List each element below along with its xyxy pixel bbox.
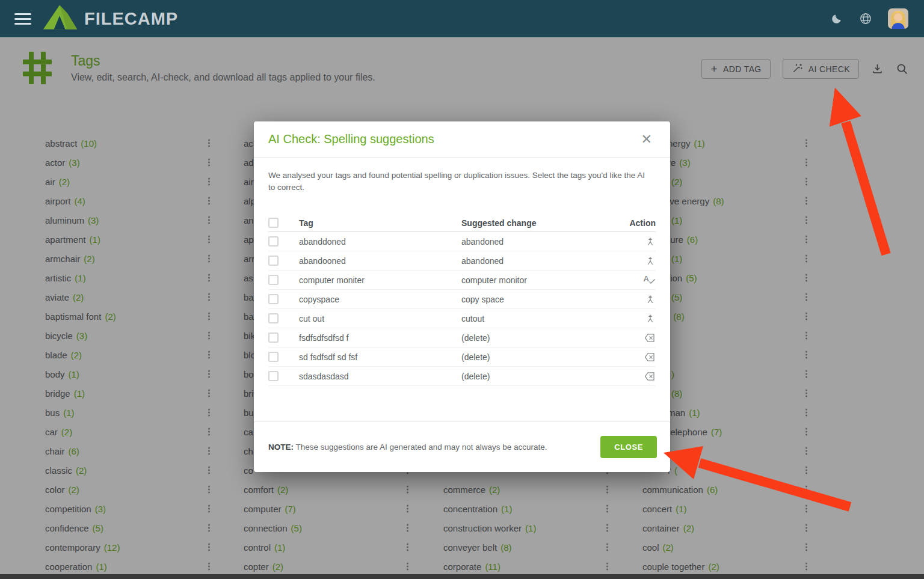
spellcheck-icon[interactable]: A: [644, 275, 656, 285]
top-navbar: FILECAMP: [0, 0, 924, 37]
modal-note: NOTE: These suggestions are AI generated…: [268, 443, 547, 452]
suggestions-table: Tag Suggested change Action abanddonedab…: [268, 214, 656, 386]
row-checkbox[interactable]: [268, 275, 279, 285]
note-label: NOTE:: [268, 443, 294, 452]
close-button[interactable]: CLOSE: [600, 436, 657, 458]
suggestion-tag: abanddoned: [299, 237, 461, 247]
modal-footer: NOTE: These suggestions are AI generated…: [254, 421, 670, 472]
merge-icon[interactable]: [645, 256, 656, 266]
tent-logo-icon: [42, 4, 78, 33]
logo-text: FILECAMP: [84, 9, 178, 29]
col-header-action: Action: [618, 218, 656, 228]
note-text: These suggestions are AI generated and m…: [294, 443, 547, 452]
row-checkbox[interactable]: [268, 332, 279, 343]
delete-icon[interactable]: [644, 352, 656, 363]
table-header-row: Tag Suggested change Action: [268, 214, 656, 232]
col-header-suggested: Suggested change: [461, 218, 618, 228]
row-checkbox[interactable]: [268, 256, 279, 266]
merge-icon[interactable]: [645, 294, 656, 305]
suggestion-tag: sdasdasdasd: [299, 372, 461, 381]
suggestion-row: abandoonedabandoned: [268, 251, 656, 271]
suggestion-change: computer monitor: [461, 275, 618, 285]
suggestion-row: sdasdasdasd(delete): [268, 367, 656, 386]
suggestion-tag: sd fsdfsdf sd fsf: [299, 352, 461, 362]
suggestion-tag: copyspace: [299, 295, 461, 304]
suggestion-row: copyspacecopy space: [268, 290, 656, 309]
delete-icon[interactable]: [644, 371, 656, 382]
merge-icon[interactable]: [645, 313, 656, 324]
suggestion-change: (delete): [461, 333, 618, 343]
suggestion-row: abanddonedabandoned: [268, 232, 656, 251]
row-checkbox[interactable]: [268, 313, 279, 323]
suggestion-tag: computer moniter: [299, 275, 461, 285]
suggestion-change: (delete): [461, 372, 618, 381]
suggestion-row: computer monitercomputer monitorA: [268, 271, 656, 290]
suggestion-row: sd fsdfsdf sd fsf(delete): [268, 348, 656, 367]
suggestion-tag: cut out: [299, 314, 461, 323]
modal-description: We analysed your tags and found potentia…: [254, 158, 670, 194]
merge-icon[interactable]: [645, 236, 656, 247]
hamburger-menu-icon[interactable]: [14, 13, 31, 25]
globe-icon[interactable]: [859, 12, 872, 25]
row-checkbox[interactable]: [268, 371, 279, 381]
row-checkbox[interactable]: [268, 294, 279, 304]
suggestion-change: abandoned: [461, 256, 618, 266]
suggestion-tag: abandooned: [299, 256, 461, 266]
close-icon[interactable]: ✕: [638, 132, 656, 147]
suggestion-change: copy space: [461, 295, 618, 304]
row-checkbox[interactable]: [268, 352, 279, 362]
user-avatar[interactable]: [888, 8, 908, 29]
moon-icon[interactable]: [830, 12, 843, 25]
suggestion-tag: fsdfsdfsdfsd f: [299, 333, 461, 343]
suggestion-change: abandoned: [461, 237, 618, 247]
suggestion-change: cutout: [461, 314, 618, 323]
filecamp-logo[interactable]: FILECAMP: [42, 4, 178, 33]
row-checkbox[interactable]: [268, 236, 279, 247]
modal-title: AI Check: Spelling suggestions: [268, 132, 434, 146]
suggestion-row: fsdfsdfsdfsd f(delete): [268, 328, 656, 348]
select-all-checkbox[interactable]: [268, 218, 279, 228]
suggestion-change: (delete): [461, 352, 618, 362]
col-header-tag: Tag: [299, 218, 461, 228]
modal-header: AI Check: Spelling suggestions ✕: [254, 121, 670, 158]
suggestion-row: cut outcutout: [268, 309, 656, 328]
delete-icon[interactable]: [644, 332, 656, 343]
ai-check-modal: AI Check: Spelling suggestions ✕ We anal…: [254, 121, 670, 472]
